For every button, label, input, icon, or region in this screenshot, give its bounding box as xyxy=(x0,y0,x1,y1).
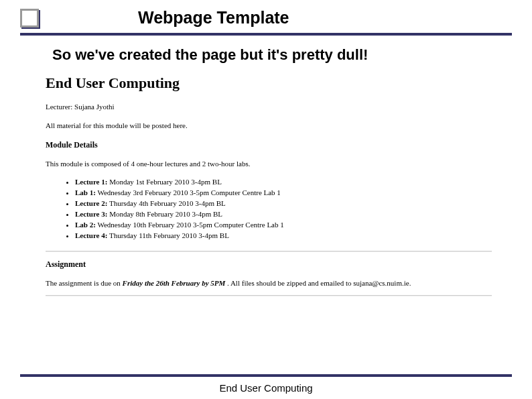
module-details-title: Module Details xyxy=(46,140,492,150)
list-item: Lab 1: Wednesday 3rd February 2010 3-5pm… xyxy=(75,188,492,198)
footer-line xyxy=(20,374,512,377)
schedule-text: Monday 1st February 2010 3-4pm BL xyxy=(107,178,221,186)
schedule-label: Lecture 3: xyxy=(75,210,107,218)
slide-subtitle: So we've created the page but it's prett… xyxy=(52,46,532,64)
schedule-label: Lab 2: xyxy=(75,221,96,229)
schedule-label: Lecture 1: xyxy=(75,178,107,186)
assignment-text: The assignment is due on Friday the 26th… xyxy=(46,279,492,287)
embedded-page: End User Computing Lecturer: Sujana Jyot… xyxy=(0,64,532,296)
schedule-text: Wednesday 3rd February 2010 3-5pm Comput… xyxy=(96,188,281,196)
schedule-text: Thursday 11th February 2010 3-4pm BL xyxy=(107,231,228,239)
list-item: Lab 2: Wednesday 10th February 2010 3-5p… xyxy=(75,220,492,231)
title-underline xyxy=(20,33,512,36)
bullet-square-icon xyxy=(20,9,39,27)
schedule-label: Lab 1: xyxy=(75,188,96,196)
assignment-prefix: The assignment is due on xyxy=(46,279,123,287)
assignment-title: Assignment xyxy=(46,260,492,270)
assignment-suffix: . All files should be zipped and emailed… xyxy=(225,279,411,287)
lecturer-line: Lecturer: Sujana Jyothi xyxy=(46,103,492,111)
module-details-desc: This module is composed of 4 one-hour le… xyxy=(46,160,492,168)
schedule-text: Monday 8th February 2010 3-4pm BL xyxy=(107,210,222,218)
horizontal-rule xyxy=(46,251,492,251)
horizontal-rule xyxy=(46,295,492,296)
list-item: Lecture 1: Monday 1st February 2010 3-4p… xyxy=(75,177,492,188)
slide: Webpage Template So we've created the pa… xyxy=(0,0,532,399)
page-heading: End User Computing xyxy=(46,74,492,92)
schedule-label: Lecture 4: xyxy=(75,231,107,239)
material-line: All material for this module will be pos… xyxy=(46,121,492,129)
slide-header: Webpage Template xyxy=(0,0,532,30)
list-item: Lecture 4: Thursday 11th February 2010 3… xyxy=(75,231,492,241)
schedule-text: Wednesday 10th February 2010 3-5pm Compu… xyxy=(96,221,284,229)
assignment-due: Friday the 26th February by 5PM xyxy=(123,279,226,287)
schedule-text: Thursday 4th February 2010 3-4pm BL xyxy=(107,199,225,207)
footer-text: End User Computing xyxy=(0,382,532,399)
slide-title: Webpage Template xyxy=(138,8,289,27)
schedule-label: Lecture 2: xyxy=(75,199,107,207)
list-item: Lecture 2: Thursday 4th February 2010 3-… xyxy=(75,198,492,209)
slide-footer: End User Computing xyxy=(0,374,532,399)
list-item: Lecture 3: Monday 8th February 2010 3-4p… xyxy=(75,209,492,220)
schedule-list: Lecture 1: Monday 1st February 2010 3-4p… xyxy=(46,177,492,241)
